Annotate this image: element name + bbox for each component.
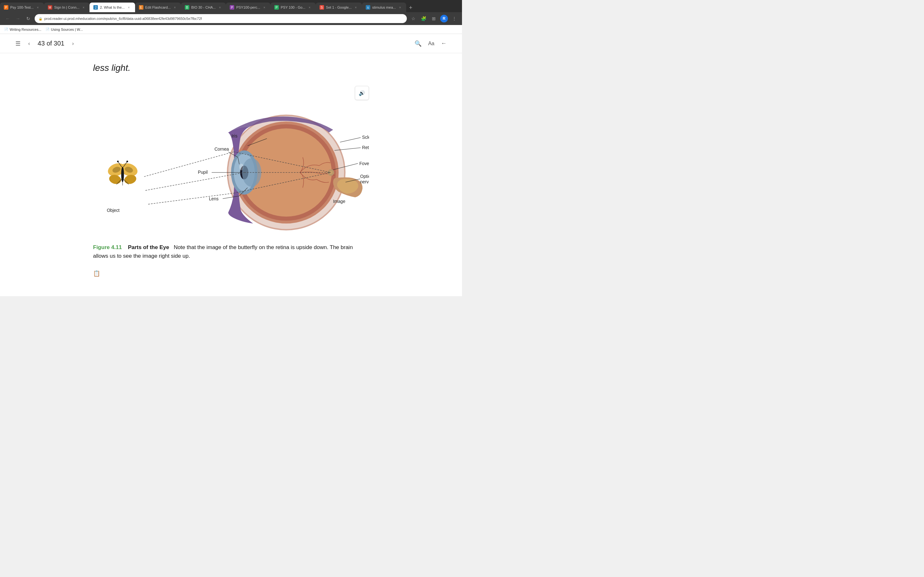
tab-tab9[interactable]: sstimulus mea...×	[362, 3, 406, 12]
tab-tab7[interactable]: PPSY 100 - Go...×	[270, 3, 316, 12]
tab-tab4[interactable]: EEdit Flashcard...×	[135, 3, 181, 12]
font-button[interactable]: Aa	[428, 41, 435, 47]
audio-icon: 🔊	[359, 90, 365, 96]
reload-button[interactable]: ↻	[24, 15, 32, 23]
tab-label-tab1: Psy 100-Test...	[10, 5, 34, 9]
tab-favicon-tab1: P	[4, 5, 8, 10]
tab-favicon-tab4: E	[139, 5, 144, 10]
reader-container: ☰ ‹ 43 of 301 › 🔍 Aa ← less light. 🔊	[0, 34, 462, 296]
sclera-label: Sclera	[362, 135, 369, 140]
eye-diagram-svg: Object	[93, 86, 369, 240]
tab-label-tab4: Edit Flashcard...	[145, 5, 171, 9]
bookmarks-bar: 📄 Writing Resources... 📄 Using Sources |…	[0, 25, 462, 34]
toolbar-left: ☰ ‹ 43 of 301 ›	[15, 39, 75, 48]
back-button[interactable]: ←	[4, 15, 11, 23]
clipboard-icon[interactable]: 📋	[93, 270, 100, 277]
back-reader-button[interactable]: ←	[441, 40, 447, 47]
bookmark-writing-icon: 📄	[4, 27, 8, 32]
sclera-line	[340, 137, 361, 142]
tab-favicon-tab7: P	[274, 5, 279, 10]
toc-button[interactable]: ☰	[15, 40, 21, 47]
figure-container: 🔊	[93, 86, 369, 260]
tab-close-tab9[interactable]: ×	[398, 5, 402, 10]
retina-label: Retina	[362, 145, 369, 150]
tab-label-tab8: Set 1 - Google...	[326, 5, 352, 9]
audio-button[interactable]: 🔊	[355, 86, 369, 100]
clipboard-area: 📋	[93, 270, 369, 277]
object-label: Object	[107, 208, 120, 213]
toolbar-right: 🔍 Aa ←	[415, 40, 447, 47]
tab-favicon-tab6: P	[230, 5, 234, 10]
url-text: prod.reader-ui.prod.mheducation.com/epub…	[44, 17, 202, 21]
bookmark-star-button[interactable]: ☆	[409, 15, 417, 23]
url-bar-row: ← → ↻ 🔒 prod.reader-ui.prod.mheducation.…	[0, 12, 462, 25]
tab-close-tab6[interactable]: ×	[262, 5, 267, 10]
svg-point-2	[108, 173, 122, 185]
pupil-label: Pupil	[198, 170, 208, 175]
figure-spacer2	[171, 244, 172, 250]
light-ray-top	[144, 152, 234, 177]
tab-tab2[interactable]: MSign In | Conn...×	[44, 3, 90, 12]
tab-label-tab5: BIO 30 - CHA...	[191, 5, 216, 9]
tab-tab8[interactable]: SSet 1 - Google...×	[316, 3, 362, 12]
search-button[interactable]: 🔍	[415, 40, 422, 47]
tab-close-tab8[interactable]: ×	[354, 5, 358, 10]
figure-caption: Figure 4.11 Parts of the Eye Note that t…	[93, 243, 369, 260]
tab-favicon-tab5: B	[185, 5, 189, 10]
tab-favicon-tab2: M	[48, 5, 52, 10]
svg-point-6	[121, 167, 124, 182]
tab-bar: PPsy 100-Test...×MSign In | Conn...×22. …	[0, 0, 462, 12]
tab-close-tab7[interactable]: ×	[307, 5, 312, 10]
optic-nerve-label2: nerve	[360, 180, 369, 185]
iris-label: Iris	[232, 134, 237, 139]
image-label: Image	[333, 199, 346, 204]
svg-point-3	[123, 173, 137, 185]
reader-toolbar: ☰ ‹ 43 of 301 › 🔍 Aa ←	[0, 34, 462, 53]
tab-favicon-tab8: S	[320, 5, 324, 10]
tab-tab3[interactable]: 22. What Is the...×	[89, 3, 135, 12]
tab-close-tab1[interactable]: ×	[36, 5, 40, 10]
lock-icon: 🔒	[39, 17, 42, 21]
tab-label-tab3: 2. What Is the...	[100, 5, 124, 9]
tab-label-tab6: PSY100-perc...	[236, 5, 260, 9]
next-page-button[interactable]: ›	[71, 39, 75, 48]
bookmark-writing-label: Writing Resources...	[10, 27, 41, 31]
prev-page-button[interactable]: ‹	[27, 39, 31, 48]
extension-button[interactable]: 🧩	[420, 15, 427, 23]
svg-point-9	[117, 161, 119, 162]
figure-title: Parts of the Eye	[128, 244, 170, 250]
fovea-label: Fovea	[359, 161, 369, 166]
forward-button[interactable]: →	[14, 15, 22, 23]
tab-tab6[interactable]: PPSY100-perc...×	[226, 3, 270, 12]
profile-button[interactable]: R	[440, 15, 448, 23]
url-bar[interactable]: 🔒 prod.reader-ui.prod.mheducation.com/ep…	[35, 14, 407, 23]
figure-label: Figure 4.11	[93, 244, 122, 250]
tab-favicon-tab9: s	[366, 5, 370, 10]
tab-close-tab2[interactable]: ×	[81, 5, 86, 10]
browser-chrome: PPsy 100-Test...×MSign In | Conn...×22. …	[0, 0, 462, 34]
url-actions: ☆ 🧩 ⊞ R ⋮	[409, 15, 458, 23]
menu-button[interactable]: ⋮	[451, 15, 458, 23]
page-indicator: 43 of 301	[37, 40, 64, 47]
tab-close-tab4[interactable]: ×	[173, 5, 177, 10]
tab-tab5[interactable]: BBIO 30 - CHA...×	[181, 3, 226, 12]
tab-tab1[interactable]: PPsy 100-Test...×	[0, 3, 44, 12]
svg-point-10	[126, 161, 128, 162]
bookmark-sources-icon: 📄	[45, 27, 50, 32]
tab-close-tab3[interactable]: ×	[127, 5, 131, 10]
eye-diagram: Object	[93, 86, 369, 240]
grid-button[interactable]: ⊞	[430, 15, 438, 23]
tab-label-tab2: Sign In | Conn...	[54, 5, 79, 9]
tab-close-tab5[interactable]: ×	[218, 5, 222, 10]
tab-label-tab9: stimulus mea...	[372, 5, 396, 9]
tab-favicon-tab3: 2	[94, 5, 98, 10]
bookmark-sources[interactable]: 📄 Using Sources | W...	[45, 27, 83, 32]
butterfly-object	[106, 161, 139, 185]
content-area: less light. 🔊	[55, 53, 407, 296]
figure-spacer	[124, 244, 126, 250]
bookmark-writing[interactable]: 📄 Writing Resources...	[4, 27, 41, 32]
new-tab-button[interactable]: +	[406, 3, 415, 12]
lens-label: Lens	[209, 197, 218, 201]
bookmark-sources-label: Using Sources | W...	[51, 27, 83, 31]
partial-text: less light.	[93, 53, 369, 79]
